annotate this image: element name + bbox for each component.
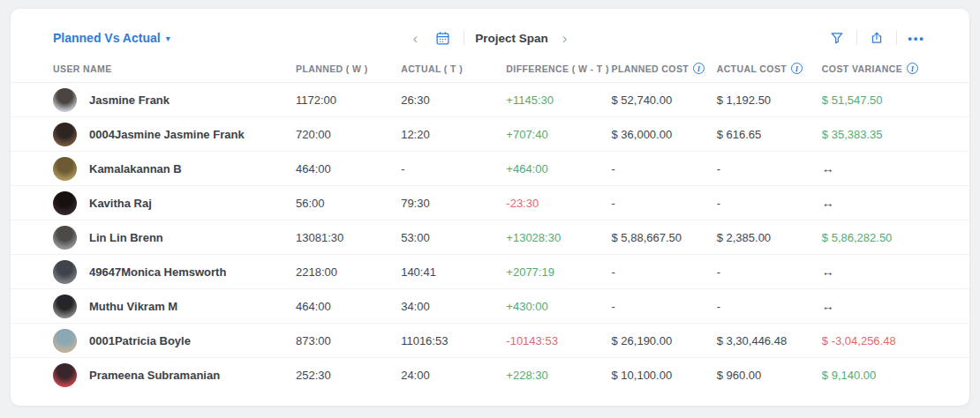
calendar-icon[interactable] — [432, 27, 453, 49]
avatar — [53, 226, 77, 250]
cell-actual-cost: - — [717, 300, 822, 313]
cell-difference: -23:30 — [506, 197, 611, 210]
table-row[interactable]: 0004Jasmine Jasmine Frank 720:00 12:20 +… — [11, 117, 969, 152]
cell-actual-cost: $ 3,30,446.48 — [717, 334, 822, 347]
cell-cost-variance: ↔ — [822, 161, 927, 175]
column-header-actual-cost[interactable]: ACTUAL COST i — [717, 63, 822, 74]
table-row[interactable]: Muthu Vikram M 464:00 34:00 +430:00 - - … — [11, 289, 969, 324]
cell-planned: 2218:00 — [296, 265, 401, 279]
table-row[interactable]: Prameena Subramanian 252:30 24:00 +228:3… — [11, 358, 969, 392]
cell-planned-cost: $ 52,740.00 — [611, 93, 716, 107]
info-icon[interactable]: i — [791, 63, 803, 74]
cell-actual: 34:00 — [401, 300, 506, 313]
user-name: Muthu Vikram M — [89, 300, 177, 313]
user-name: 0001Patricia Boyle — [89, 334, 191, 347]
cell-actual: 11016:53 — [401, 334, 506, 347]
user-cell: 0004Jasmine Jasmine Frank — [53, 123, 296, 146]
user-name: Kavitha Raj — [89, 197, 152, 210]
user-cell: Kamalakannan B — [53, 157, 296, 181]
cell-actual-cost: $ 2,385.00 — [717, 231, 822, 244]
cell-planned-cost: $ 10,100.00 — [611, 369, 716, 382]
cell-cost-variance: ↔ — [822, 265, 927, 279]
avatar — [53, 88, 77, 112]
cell-actual-cost: $ 1,192.50 — [717, 93, 822, 107]
cell-difference: +430:00 — [506, 300, 611, 313]
table-row[interactable]: Jasmine Frank 1172:00 26:30 +1145:30 $ 5… — [11, 83, 969, 117]
cell-planned: 252:30 — [296, 369, 401, 382]
cell-difference: -10143:53 — [506, 334, 611, 347]
avatar — [53, 123, 77, 146]
column-header-user-name[interactable]: USER NAME — [53, 63, 296, 74]
divider — [856, 31, 857, 45]
column-header-cost-variance[interactable]: COST VARIANCE i — [822, 63, 927, 74]
user-name: Prameena Subramanian — [89, 369, 220, 382]
user-name: 49647Monica Hemsworth — [89, 265, 226, 279]
cell-planned-cost: - — [611, 265, 716, 279]
cell-cost-variance: ↔ — [822, 299, 927, 313]
cell-cost-variance: $ 35,383.35 — [822, 128, 927, 141]
column-header-planned-cost[interactable]: PLANNED COST i — [611, 63, 716, 74]
cell-difference: +228:30 — [506, 369, 611, 382]
cell-actual: 79:30 — [401, 197, 506, 210]
divider — [464, 31, 464, 45]
cell-difference: +1145:30 — [506, 93, 611, 107]
cell-difference: +13028:30 — [506, 231, 611, 244]
cell-planned-cost: $ 5,88,667.50 — [611, 231, 716, 244]
table-row[interactable]: 0001Patricia Boyle 873:00 11016:53 -1014… — [11, 324, 969, 358]
cell-actual: 24:00 — [401, 369, 506, 382]
cell-planned-cost: - — [611, 162, 716, 175]
cell-cost-variance: $ -3,04,256.48 — [822, 334, 927, 347]
filter-icon[interactable] — [826, 27, 848, 49]
view-selector-dropdown[interactable]: Planned Vs Actual ▾ — [53, 31, 170, 45]
avatar — [53, 363, 77, 387]
toolbar: Planned Vs Actual ▾ ‹ Project Span › — [11, 9, 969, 55]
cell-actual: 26:30 — [401, 93, 506, 107]
cell-cost-variance: $ 5,86,282.50 — [822, 231, 927, 244]
table-row[interactable]: 49647Monica Hemsworth 2218:00 140:41 +20… — [11, 255, 969, 289]
cell-actual-cost: - — [717, 265, 822, 279]
user-name: Jasmine Frank — [89, 93, 170, 107]
more-options-icon[interactable]: ••• — [906, 27, 927, 49]
avatar — [53, 157, 77, 181]
next-period-button[interactable]: › — [559, 31, 571, 46]
avatar — [53, 191, 77, 215]
cell-planned-cost: - — [611, 197, 716, 210]
user-cell: 0001Patricia Boyle — [53, 329, 296, 353]
cell-cost-variance: $ 51,547.50 — [822, 93, 927, 107]
cell-planned: 873:00 — [296, 334, 401, 347]
info-icon[interactable]: i — [907, 63, 918, 74]
table-body: Jasmine Frank 1172:00 26:30 +1145:30 $ 5… — [11, 83, 969, 392]
table-row[interactable]: Lin Lin Brenn 13081:30 53:00 +13028:30 $… — [11, 220, 969, 255]
avatar — [53, 260, 77, 284]
cell-difference: +2077:19 — [506, 265, 611, 279]
cell-planned: 720:00 — [296, 128, 401, 141]
cell-cost-variance: ↔ — [822, 196, 927, 210]
view-selector-label: Planned Vs Actual — [53, 31, 161, 45]
cell-planned: 464:00 — [296, 300, 401, 313]
column-header-actual[interactable]: ACTUAL ( T ) — [401, 63, 506, 74]
cell-cost-variance: $ 9,140.00 — [822, 369, 927, 382]
cell-actual: 53:00 — [401, 231, 506, 244]
table-row[interactable]: Kamalakannan B 464:00 - +464:00 - - ↔ — [11, 152, 969, 186]
prev-period-button[interactable]: ‹ — [410, 31, 422, 46]
cell-difference: +707:40 — [506, 128, 611, 141]
report-card: Planned Vs Actual ▾ ‹ Project Span › — [11, 9, 969, 406]
export-icon[interactable] — [866, 27, 887, 49]
user-name: 0004Jasmine Jasmine Frank — [89, 128, 245, 141]
cell-planned: 1172:00 — [296, 93, 401, 107]
user-cell: Lin Lin Brenn — [53, 226, 296, 250]
column-header-difference[interactable]: DIFFERENCE ( W - T ) — [506, 63, 611, 74]
column-header-planned[interactable]: PLANNED ( W ) — [296, 63, 401, 74]
cell-planned-cost: - — [611, 300, 716, 313]
divider — [896, 31, 897, 45]
info-icon[interactable]: i — [693, 63, 705, 74]
chevron-down-icon: ▾ — [166, 33, 170, 43]
cell-actual-cost: - — [717, 162, 822, 175]
user-cell: Jasmine Frank — [53, 88, 296, 112]
cell-planned: 464:00 — [296, 162, 401, 175]
cell-planned: 56:00 — [296, 197, 401, 210]
user-name: Lin Lin Brenn — [89, 231, 163, 244]
table-header: USER NAME PLANNED ( W ) ACTUAL ( T ) DIF… — [11, 55, 969, 83]
table-row[interactable]: Kavitha Raj 56:00 79:30 -23:30 - - ↔ — [11, 186, 969, 220]
cell-actual: - — [401, 162, 506, 175]
